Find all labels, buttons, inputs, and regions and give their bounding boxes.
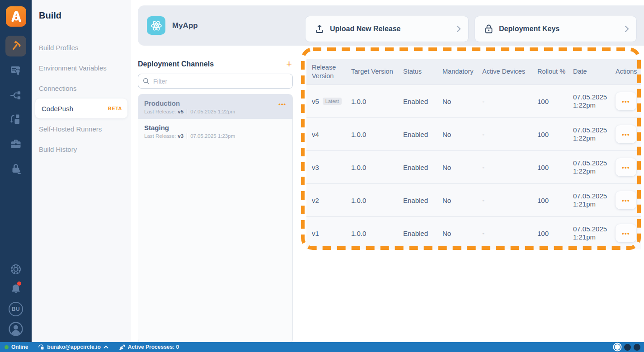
channel-filter-box: [138, 74, 293, 89]
col-rollout: Rollout %: [537, 67, 573, 75]
lock-user-icon[interactable]: [0, 158, 32, 179]
channel-item-production[interactable]: Production Last Release: v5 07.05.2025 1…: [138, 94, 292, 119]
nav-rail: BU: [0, 0, 32, 342]
row-actions-button ellipsis-icon[interactable]: •••: [616, 125, 636, 143]
active-devices: -: [482, 131, 537, 138]
col-release-version: Release Version: [306, 63, 351, 80]
deployment-channels-panel: Deployment Channels + Production Last Re…: [138, 59, 293, 343]
last-release-version: v5: [178, 109, 183, 114]
channel-last-release: Last Release: v5 07.05.2025 1:22pm: [144, 109, 287, 114]
react-icon: [147, 16, 165, 35]
channel-list: Production Last Release: v5 07.05.2025 1…: [138, 94, 293, 343]
upload-new-release-label: Upload New Release: [330, 25, 401, 33]
add-channel-button plus-icon[interactable]: +: [285, 60, 293, 69]
col-actions: Actions: [616, 67, 641, 75]
table-row-v5: v5 Latest 1.0.0 Enabled No - 100 07.05.2…: [306, 84, 641, 117]
channel-item-staging[interactable]: Staging Last Release: v3 07.05.2025 1:23…: [138, 119, 292, 143]
release-date: 07.05.2025 1:21pm: [573, 225, 616, 241]
arrow-ne-icon: [119, 344, 125, 350]
briefcase-icon[interactable]: [0, 134, 32, 155]
release-date: 07.05.2025 1:21pm: [573, 192, 616, 208]
channel-last-release: Last Release: v3 07.05.2025 1:23pm: [144, 133, 287, 139]
active-processes-label: Active Processes: 0: [128, 344, 179, 350]
release-date: 07.05.2025 1:22pm: [573, 159, 616, 175]
status: Enabled: [403, 164, 442, 171]
sidebar-item-connections[interactable]: Connections: [39, 84, 76, 92]
channel-name: Production: [144, 99, 287, 107]
table-row-v1: v1 1.0.0 Enabled No - 100 07.05.2025 1:2…: [306, 216, 641, 249]
mandatory: No: [442, 131, 482, 138]
mandatory: No: [442, 197, 482, 204]
panel-divider: [299, 56, 299, 342]
certificate-icon[interactable]: [0, 60, 32, 81]
row-actions-button ellipsis-icon[interactable]: •••: [616, 224, 636, 242]
upload-new-release-button[interactable]: Upload New Release: [306, 16, 468, 42]
sidebar-item-self-hosted-runners[interactable]: Self-Hosted Runners: [39, 125, 102, 133]
row-actions-button ellipsis-icon[interactable]: •••: [616, 158, 636, 176]
notification-dot: [17, 282, 21, 286]
deployment-keys-button[interactable]: Deployment Keys: [475, 16, 636, 42]
latest-badge: Latest: [323, 98, 342, 105]
sidebar-title: Build: [39, 10, 61, 21]
channel-filter-input[interactable]: [153, 78, 288, 85]
channel-name: Staging: [144, 124, 287, 131]
sidebar-item-build-history[interactable]: Build History: [39, 145, 77, 153]
table-row-v4: v4 1.0.0 Enabled No - 100 07.05.2025 1:2…: [306, 117, 641, 150]
user-menu[interactable]: burako@appcircle.io: [38, 344, 108, 350]
rollout: 100: [537, 197, 573, 204]
rollout: 100: [537, 131, 573, 138]
publish-flow-icon[interactable]: [0, 109, 32, 130]
appcircle-logo-mark: [10, 10, 23, 23]
sidebar-item-build-profiles[interactable]: Build Profiles: [39, 44, 79, 52]
row-actions-button ellipsis-icon[interactable]: •••: [616, 191, 636, 209]
last-release-date: 07.05.2025 1:22pm: [190, 109, 235, 114]
table-row-v2: v2 1.0.0 Enabled No - 100 07.05.2025 1:2…: [306, 183, 641, 216]
appcircle-logo[interactable]: [6, 6, 26, 27]
theme-dot-light[interactable]: [615, 344, 620, 350]
release-version: v4: [312, 131, 319, 138]
deployment-channels-title: Deployment Channels: [138, 60, 214, 68]
releases-table: Release Version Target Version Status Ma…: [306, 59, 641, 249]
pipe-divider: [187, 109, 187, 114]
online-dot-icon: [5, 345, 9, 349]
sync-icon: [38, 344, 44, 350]
theme-dot-dark-1[interactable]: [624, 344, 631, 351]
app-name: MyApp: [172, 5, 198, 46]
channel-menu-button ellipsis-icon[interactable]: •••: [278, 101, 286, 108]
theme-dot-dark-2[interactable]: [634, 344, 640, 351]
sidebar-item-environment-variables[interactable]: Environment Variables: [39, 64, 107, 72]
hammer-icon[interactable]: [0, 36, 32, 56]
codepush-label: CodePush: [42, 105, 73, 113]
release-date: 07.05.2025 1:22pm: [573, 126, 616, 142]
row-actions-button ellipsis-icon[interactable]: •••: [616, 92, 636, 110]
bell-icon[interactable]: [0, 279, 32, 300]
org-badge[interactable]: BU: [0, 299, 32, 319]
app-header-bar: MyApp Upload New Release Deployment Keys: [138, 5, 644, 46]
beta-badge: BETA: [108, 106, 122, 111]
col-status: Status: [403, 67, 442, 75]
release-version: v2: [312, 197, 319, 204]
table-row-v3: v3 1.0.0 Enabled No - 100 07.05.2025 1:2…: [306, 150, 641, 183]
theme-switcher: [613, 344, 640, 351]
status: Enabled: [403, 230, 442, 237]
active-processes: Active Processes: 0: [119, 344, 179, 350]
release-version: v5: [312, 98, 319, 105]
col-mandatory: Mandatory: [442, 67, 482, 75]
target-version: 1.0.0: [351, 131, 403, 138]
last-release-label: Last Release:: [144, 109, 176, 114]
build-sidebar: Build Build Profiles Environment Variabl…: [32, 0, 131, 342]
last-release-label: Last Release:: [144, 133, 176, 139]
target-version: 1.0.0: [351, 164, 403, 171]
chevron-up-icon: [103, 345, 108, 349]
branch-split-icon[interactable]: [0, 85, 32, 106]
mandatory: No: [442, 164, 482, 171]
rollout: 100: [537, 98, 573, 105]
col-date: Date: [573, 67, 616, 75]
lock-icon: [485, 24, 493, 33]
release-version: v1: [312, 230, 319, 237]
person-icon[interactable]: [0, 319, 32, 339]
gear-icon[interactable]: [0, 259, 32, 280]
sidebar-item-codepush[interactable]: CodePush BETA: [35, 99, 127, 118]
active-devices: -: [482, 98, 537, 105]
release-date: 07.05.2025 1:22pm: [573, 93, 616, 109]
